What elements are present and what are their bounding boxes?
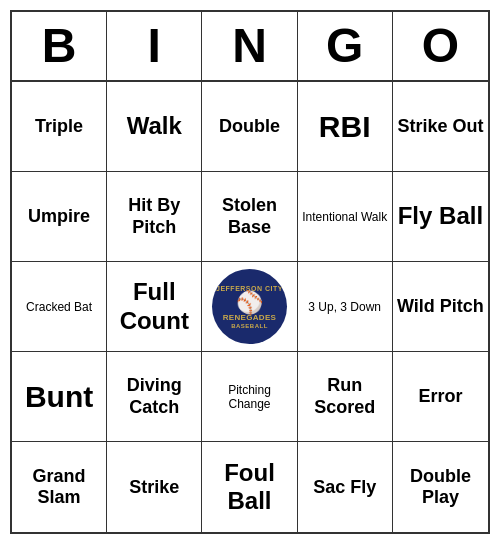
cell-text: Intentional Walk — [302, 210, 387, 224]
cell-pitching-change[interactable]: Pitching Change — [202, 352, 297, 442]
cell-text: Bunt — [25, 379, 93, 415]
cell-text: Sac Fly — [313, 477, 376, 499]
cell-stolen-base[interactable]: Stolen Base — [202, 172, 297, 262]
cell-text: Triple — [35, 116, 83, 138]
cell-text: Double Play — [397, 466, 484, 509]
letter-b: B — [12, 12, 107, 81]
cell-double-play[interactable]: Double Play — [393, 442, 488, 532]
cell-umpire[interactable]: Umpire — [12, 172, 107, 262]
cell-sac-fly[interactable]: Sac Fly — [298, 442, 393, 532]
letter-o: O — [393, 12, 488, 81]
cell-wild-pitch[interactable]: Wild Pitch — [393, 262, 488, 352]
logo-mascot: ⚾ — [236, 292, 263, 314]
cell-diving-catch[interactable]: Diving Catch — [107, 352, 202, 442]
team-logo: JEFFERSON CITY ⚾ RENEGADES BASEBALL — [212, 269, 287, 344]
cell-text: Error — [418, 386, 462, 408]
cell-free-space: JEFFERSON CITY ⚾ RENEGADES BASEBALL — [202, 262, 297, 352]
cell-bunt[interactable]: Bunt — [12, 352, 107, 442]
logo-name: RENEGADES — [223, 314, 276, 323]
cell-text: Double — [219, 116, 280, 138]
logo-bottom: BASEBALL — [231, 323, 268, 329]
cell-text: 3 Up, 3 Down — [308, 300, 381, 314]
cell-error[interactable]: Error — [393, 352, 488, 442]
cell-walk[interactable]: Walk — [107, 82, 202, 172]
cell-text: Wild Pitch — [397, 296, 484, 318]
cell-strike-out[interactable]: Strike Out — [393, 82, 488, 172]
cell-triple[interactable]: Triple — [12, 82, 107, 172]
cell-text: Full Count — [111, 278, 197, 336]
cell-text: Foul Ball — [206, 459, 292, 517]
cell-hit-by-pitch[interactable]: Hit By Pitch — [107, 172, 202, 262]
cell-strike[interactable]: Strike — [107, 442, 202, 532]
cell-intentional-walk[interactable]: Intentional Walk — [298, 172, 393, 262]
bingo-grid: Triple Walk Double RBI Strike Out Umpire… — [12, 82, 488, 532]
cell-text: Stolen Base — [206, 195, 292, 238]
cell-run-scored[interactable]: Run Scored — [298, 352, 393, 442]
cell-text: Diving Catch — [111, 375, 197, 418]
cell-fly-ball[interactable]: Fly Ball — [393, 172, 488, 262]
cell-text: Fly Ball — [398, 202, 483, 231]
cell-text: Umpire — [28, 206, 90, 228]
cell-text: Strike — [129, 477, 179, 499]
cell-cracked-bat[interactable]: Cracked Bat — [12, 262, 107, 352]
letter-n: N — [202, 12, 297, 81]
bingo-card: B I N G O Triple Walk Double RBI Strike … — [10, 10, 490, 535]
bingo-header: B I N G O — [12, 12, 488, 83]
letter-g: G — [298, 12, 393, 81]
cell-text: Grand Slam — [16, 466, 102, 509]
cell-3up-3down[interactable]: 3 Up, 3 Down — [298, 262, 393, 352]
cell-text: Walk — [127, 112, 182, 141]
cell-text: RBI — [319, 109, 371, 145]
letter-i: I — [107, 12, 202, 81]
cell-rbi[interactable]: RBI — [298, 82, 393, 172]
cell-full-count[interactable]: Full Count — [107, 262, 202, 352]
cell-text: Hit By Pitch — [111, 195, 197, 238]
cell-text: Run Scored — [302, 375, 388, 418]
cell-grand-slam[interactable]: Grand Slam — [12, 442, 107, 532]
cell-double[interactable]: Double — [202, 82, 297, 172]
cell-text: Strike Out — [397, 116, 483, 138]
cell-text: Cracked Bat — [26, 300, 92, 314]
cell-text: Pitching Change — [206, 383, 292, 412]
cell-foul-ball[interactable]: Foul Ball — [202, 442, 297, 532]
